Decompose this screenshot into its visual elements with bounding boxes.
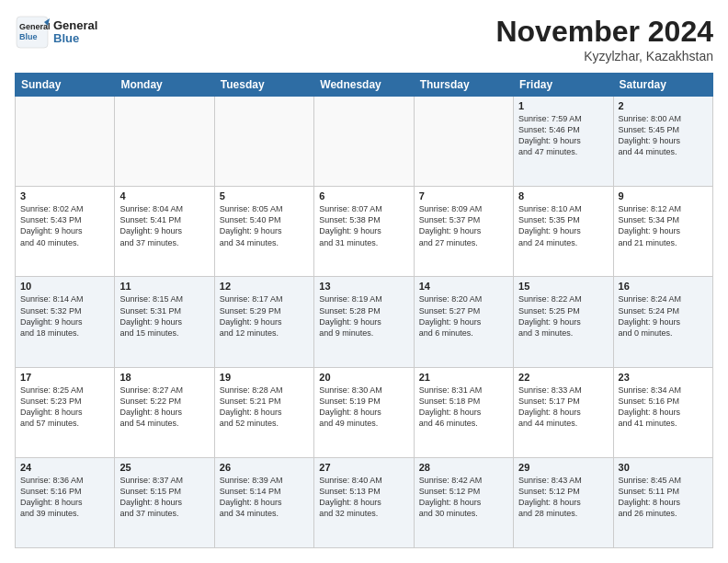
day-number: 27 bbox=[319, 462, 408, 473]
calendar-cell: 12Sunrise: 8:17 AM Sunset: 5:29 PM Dayli… bbox=[214, 277, 313, 367]
col-monday: Monday bbox=[115, 74, 214, 97]
day-number: 17 bbox=[20, 372, 109, 383]
logo: General Blue General Blue bbox=[15, 15, 97, 50]
calendar-cell: 17Sunrise: 8:25 AM Sunset: 5:23 PM Dayli… bbox=[16, 367, 115, 457]
col-thursday: Thursday bbox=[414, 74, 513, 97]
day-number: 30 bbox=[619, 462, 708, 473]
calendar-week-2: 10Sunrise: 8:14 AM Sunset: 5:32 PM Dayli… bbox=[16, 277, 713, 367]
day-number: 20 bbox=[319, 372, 408, 383]
calendar-week-4: 24Sunrise: 8:36 AM Sunset: 5:16 PM Dayli… bbox=[16, 457, 713, 547]
day-info: Sunrise: 8:02 AM Sunset: 5:43 PM Dayligh… bbox=[20, 203, 109, 248]
day-info: Sunrise: 8:42 AM Sunset: 5:12 PM Dayligh… bbox=[419, 475, 508, 520]
day-number: 24 bbox=[20, 462, 109, 473]
calendar-header: Sunday Monday Tuesday Wednesday Thursday… bbox=[16, 74, 713, 97]
calendar-cell: 13Sunrise: 8:19 AM Sunset: 5:28 PM Dayli… bbox=[314, 277, 414, 367]
day-info: Sunrise: 8:25 AM Sunset: 5:23 PM Dayligh… bbox=[20, 385, 109, 430]
day-number: 15 bbox=[518, 281, 608, 292]
day-number: 2 bbox=[619, 100, 708, 111]
day-info: Sunrise: 8:24 AM Sunset: 5:24 PM Dayligh… bbox=[619, 293, 708, 339]
calendar-cell: 27Sunrise: 8:40 AM Sunset: 5:13 PM Dayli… bbox=[314, 457, 414, 547]
calendar: Sunday Monday Tuesday Wednesday Thursday… bbox=[15, 73, 713, 548]
day-number: 26 bbox=[220, 462, 309, 473]
calendar-body: 1Sunrise: 7:59 AM Sunset: 5:46 PM Daylig… bbox=[16, 97, 713, 548]
month-title: November 2024 bbox=[495, 15, 713, 49]
calendar-cell: 30Sunrise: 8:45 AM Sunset: 5:11 PM Dayli… bbox=[613, 457, 712, 547]
day-number: 9 bbox=[619, 190, 708, 201]
day-number: 6 bbox=[319, 190, 408, 201]
calendar-cell: 28Sunrise: 8:42 AM Sunset: 5:12 PM Dayli… bbox=[414, 457, 513, 547]
day-info: Sunrise: 8:33 AM Sunset: 5:17 PM Dayligh… bbox=[518, 385, 608, 430]
col-tuesday: Tuesday bbox=[214, 74, 313, 97]
day-info: Sunrise: 8:39 AM Sunset: 5:14 PM Dayligh… bbox=[220, 475, 309, 520]
calendar-cell: 26Sunrise: 8:39 AM Sunset: 5:14 PM Dayli… bbox=[214, 457, 313, 547]
day-number: 14 bbox=[419, 281, 508, 292]
day-info: Sunrise: 8:27 AM Sunset: 5:22 PM Dayligh… bbox=[119, 385, 209, 430]
svg-text:General: General bbox=[19, 22, 50, 31]
day-number: 10 bbox=[20, 281, 109, 292]
logo-text: General Blue bbox=[53, 19, 97, 46]
day-number: 22 bbox=[518, 372, 608, 383]
calendar-cell bbox=[414, 97, 513, 187]
page: General Blue General Blue November 2024 … bbox=[0, 0, 728, 563]
calendar-week-0: 1Sunrise: 7:59 AM Sunset: 5:46 PM Daylig… bbox=[16, 97, 713, 187]
day-number: 12 bbox=[220, 281, 309, 292]
svg-text:Blue: Blue bbox=[19, 32, 38, 41]
day-info: Sunrise: 8:07 AM Sunset: 5:38 PM Dayligh… bbox=[319, 203, 408, 248]
calendar-cell: 20Sunrise: 8:30 AM Sunset: 5:19 PM Dayli… bbox=[314, 367, 414, 457]
col-friday: Friday bbox=[514, 74, 613, 97]
calendar-cell bbox=[214, 97, 313, 187]
day-info: Sunrise: 8:14 AM Sunset: 5:32 PM Dayligh… bbox=[20, 293, 109, 339]
calendar-cell: 6Sunrise: 8:07 AM Sunset: 5:38 PM Daylig… bbox=[314, 187, 414, 277]
day-info: Sunrise: 8:04 AM Sunset: 5:41 PM Dayligh… bbox=[119, 203, 209, 248]
calendar-cell: 22Sunrise: 8:33 AM Sunset: 5:17 PM Dayli… bbox=[514, 367, 613, 457]
day-number: 8 bbox=[518, 190, 608, 201]
day-number: 13 bbox=[319, 281, 408, 292]
day-number: 19 bbox=[220, 372, 309, 383]
calendar-cell: 5Sunrise: 8:05 AM Sunset: 5:40 PM Daylig… bbox=[214, 187, 313, 277]
day-info: Sunrise: 8:31 AM Sunset: 5:18 PM Dayligh… bbox=[419, 385, 508, 430]
calendar-cell: 24Sunrise: 8:36 AM Sunset: 5:16 PM Dayli… bbox=[16, 457, 115, 547]
day-info: Sunrise: 8:45 AM Sunset: 5:11 PM Dayligh… bbox=[619, 475, 708, 520]
day-info: Sunrise: 8:43 AM Sunset: 5:12 PM Dayligh… bbox=[518, 475, 608, 520]
calendar-cell bbox=[16, 97, 115, 187]
day-info: Sunrise: 8:28 AM Sunset: 5:21 PM Dayligh… bbox=[220, 385, 309, 430]
day-number: 11 bbox=[119, 281, 209, 292]
calendar-cell: 1Sunrise: 7:59 AM Sunset: 5:46 PM Daylig… bbox=[514, 97, 613, 187]
calendar-cell: 29Sunrise: 8:43 AM Sunset: 5:12 PM Dayli… bbox=[514, 457, 613, 547]
day-info: Sunrise: 8:10 AM Sunset: 5:35 PM Dayligh… bbox=[518, 203, 608, 248]
logo-general: General bbox=[53, 19, 97, 32]
logo-blue: Blue bbox=[53, 32, 97, 45]
day-info: Sunrise: 8:05 AM Sunset: 5:40 PM Dayligh… bbox=[220, 203, 309, 248]
day-number: 16 bbox=[619, 281, 708, 292]
header: General Blue General Blue November 2024 … bbox=[15, 15, 713, 63]
calendar-cell: 11Sunrise: 8:15 AM Sunset: 5:31 PM Dayli… bbox=[115, 277, 214, 367]
day-info: Sunrise: 8:17 AM Sunset: 5:29 PM Dayligh… bbox=[220, 293, 309, 339]
day-number: 4 bbox=[119, 190, 209, 201]
col-wednesday: Wednesday bbox=[314, 74, 414, 97]
calendar-cell: 2Sunrise: 8:00 AM Sunset: 5:45 PM Daylig… bbox=[613, 97, 712, 187]
calendar-cell: 16Sunrise: 8:24 AM Sunset: 5:24 PM Dayli… bbox=[613, 277, 712, 367]
day-number: 5 bbox=[220, 190, 309, 201]
day-info: Sunrise: 8:22 AM Sunset: 5:25 PM Dayligh… bbox=[518, 293, 608, 339]
calendar-cell: 15Sunrise: 8:22 AM Sunset: 5:25 PM Dayli… bbox=[514, 277, 613, 367]
generalblue-logo-icon: General Blue bbox=[15, 15, 50, 50]
calendar-cell: 8Sunrise: 8:10 AM Sunset: 5:35 PM Daylig… bbox=[514, 187, 613, 277]
day-number: 21 bbox=[419, 372, 508, 383]
day-number: 18 bbox=[119, 372, 209, 383]
calendar-cell: 10Sunrise: 8:14 AM Sunset: 5:32 PM Dayli… bbox=[16, 277, 115, 367]
title-block: November 2024 Kyzylzhar, Kazakhstan bbox=[495, 15, 713, 63]
day-info: Sunrise: 8:15 AM Sunset: 5:31 PM Dayligh… bbox=[119, 293, 209, 339]
day-number: 23 bbox=[619, 372, 708, 383]
calendar-cell: 7Sunrise: 8:09 AM Sunset: 5:37 PM Daylig… bbox=[414, 187, 513, 277]
day-info: Sunrise: 8:37 AM Sunset: 5:15 PM Dayligh… bbox=[119, 475, 209, 520]
day-info: Sunrise: 8:36 AM Sunset: 5:16 PM Dayligh… bbox=[20, 475, 109, 520]
calendar-cell: 9Sunrise: 8:12 AM Sunset: 5:34 PM Daylig… bbox=[613, 187, 712, 277]
day-info: Sunrise: 8:00 AM Sunset: 5:45 PM Dayligh… bbox=[619, 113, 708, 158]
col-sunday: Sunday bbox=[16, 74, 115, 97]
calendar-cell bbox=[314, 97, 414, 187]
day-info: Sunrise: 8:34 AM Sunset: 5:16 PM Dayligh… bbox=[619, 385, 708, 430]
calendar-week-3: 17Sunrise: 8:25 AM Sunset: 5:23 PM Dayli… bbox=[16, 367, 713, 457]
day-number: 3 bbox=[20, 190, 109, 201]
day-number: 25 bbox=[119, 462, 209, 473]
day-number: 28 bbox=[419, 462, 508, 473]
